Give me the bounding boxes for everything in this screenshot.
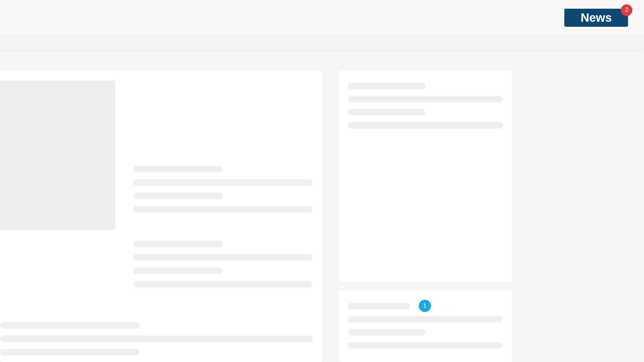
skeleton-text-block <box>0 322 313 362</box>
skeleton-line <box>348 303 410 310</box>
skeleton-line <box>348 342 503 349</box>
skeleton-line <box>348 329 425 336</box>
news-notification-badge: 2 <box>621 4 632 16</box>
skeleton-line <box>0 336 313 342</box>
skeleton-line <box>133 179 313 186</box>
skeleton-line <box>0 322 139 329</box>
skeleton-line <box>133 254 313 261</box>
skeleton-line <box>133 268 223 274</box>
skeleton-line <box>133 166 223 172</box>
news-button[interactable]: News 2 <box>564 9 628 27</box>
count-badge: 1 <box>419 300 431 312</box>
skeleton-line <box>133 241 223 247</box>
sidebar-card <box>339 71 513 282</box>
header-bar: News 2 <box>0 0 644 35</box>
skeleton-line <box>348 83 425 89</box>
main-content-card <box>0 71 322 362</box>
skeleton-text-block <box>133 166 313 212</box>
image-placeholder <box>0 81 115 230</box>
sidebar-card: 1 <box>339 291 513 362</box>
skeleton-line <box>348 122 503 129</box>
skeleton-line <box>348 316 503 323</box>
skeleton-text-block <box>133 241 313 287</box>
secondary-bar <box>0 36 644 50</box>
skeleton-line <box>0 349 139 355</box>
news-button-label: News <box>581 11 612 25</box>
skeleton-line <box>133 206 313 212</box>
skeleton-line <box>348 109 425 115</box>
skeleton-line <box>133 281 313 287</box>
skeleton-line <box>348 96 503 102</box>
skeleton-line <box>133 193 223 199</box>
